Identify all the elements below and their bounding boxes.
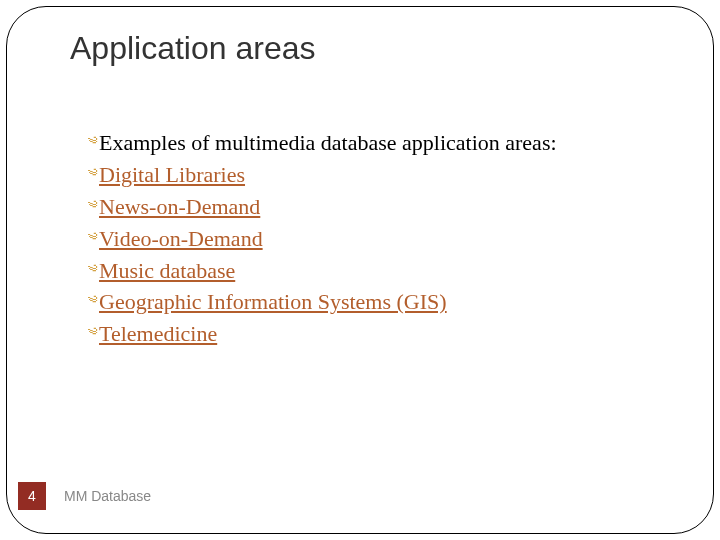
swirl-icon: ༄	[88, 223, 97, 254]
bullet-text: Examples of multimedia database applicat…	[99, 127, 557, 159]
bullet-item: ༄ Geographic Information Systems (GIS)	[88, 286, 690, 318]
swirl-icon: ༄	[88, 159, 97, 190]
swirl-icon: ༄	[88, 191, 97, 222]
bullet-item: ༄ Telemedicine	[88, 318, 690, 350]
page-number: 4	[18, 482, 46, 510]
bullet-item: ༄ Examples of multimedia database applic…	[88, 127, 690, 159]
bullet-item: ༄ Video-on-Demand	[88, 223, 690, 255]
bullet-item: ༄ News-on-Demand	[88, 191, 690, 223]
footer: 4 MM Database	[0, 482, 151, 510]
footer-label: MM Database	[64, 488, 151, 504]
bullet-link[interactable]: Digital Libraries	[99, 159, 245, 191]
swirl-icon: ༄	[88, 255, 97, 286]
bullet-link[interactable]: Geographic Information Systems (GIS)	[99, 286, 447, 318]
bullet-link[interactable]: Video-on-Demand	[99, 223, 263, 255]
swirl-icon: ༄	[88, 318, 97, 349]
bullet-link[interactable]: News-on-Demand	[99, 191, 260, 223]
bullet-link[interactable]: Telemedicine	[99, 318, 217, 350]
swirl-icon: ༄	[88, 286, 97, 317]
slide-title: Application areas	[70, 30, 720, 67]
bullet-list: ༄ Examples of multimedia database applic…	[88, 127, 690, 350]
bullet-item: ༄ Digital Libraries	[88, 159, 690, 191]
bullet-link[interactable]: Music database	[99, 255, 235, 287]
bullet-item: ༄ Music database	[88, 255, 690, 287]
slide-content: Application areas ༄ Examples of multimed…	[0, 0, 720, 540]
swirl-icon: ༄	[88, 127, 97, 158]
